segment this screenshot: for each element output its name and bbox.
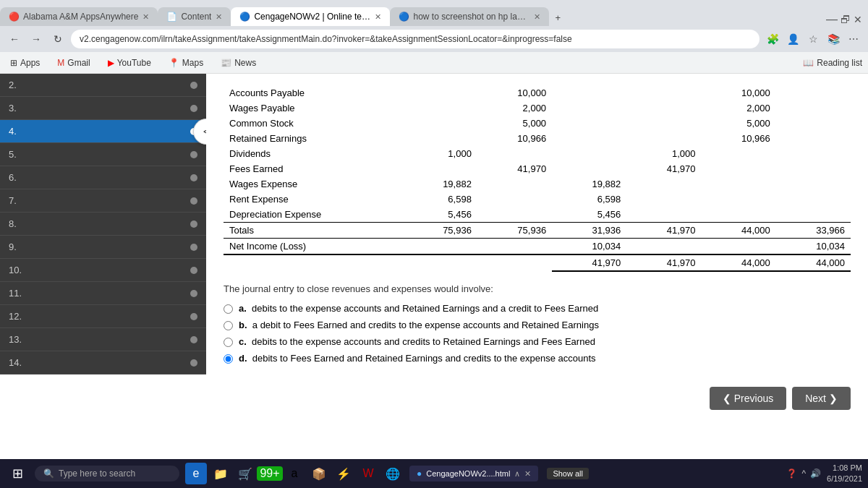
sidebar-item-14[interactable]: 14.: [0, 351, 206, 374]
radio-a[interactable]: [224, 304, 233, 314]
taskbar-help-icon[interactable]: ❓: [786, 468, 797, 479]
taskbar-bolt-icon[interactable]: ⚡: [333, 463, 354, 484]
reading-list[interactable]: 📖 Reading list: [803, 58, 862, 68]
sidebar-item-9[interactable]: 9.: [0, 236, 206, 259]
show-all-button[interactable]: Show all: [547, 468, 589, 479]
option-c[interactable]: c. debits to the expense accounts and cr…: [224, 336, 851, 347]
sidebar-item-3[interactable]: 3.: [0, 97, 206, 120]
option-b[interactable]: b. a debit to Fees Earned and credits to…: [224, 320, 851, 330]
taskbar-office-icon[interactable]: W: [357, 463, 379, 484]
val-cs-5: 5,000: [702, 116, 776, 131]
taskbar-explorer-icon[interactable]: 📁: [210, 463, 231, 484]
val-fin-1: [403, 254, 477, 271]
taskbar-time-display: 1:08 PM: [827, 463, 862, 474]
sidebar-item-dot-2: [190, 82, 197, 89]
val-depr-1: 5,456: [403, 207, 477, 223]
collections-icon[interactable]: 📚: [825, 30, 842, 48]
sidebar-item-10[interactable]: 10.: [0, 259, 206, 282]
minimize-button[interactable]: —: [826, 13, 838, 26]
start-button[interactable]: ⊞: [6, 462, 29, 485]
taskbar-clock[interactable]: 1:08 PM 6/19/2021: [827, 463, 862, 485]
tab-cengage[interactable]: 🔵 CengageNOWv2 | Online teachin ✕: [231, 7, 390, 26]
sidebar-item-13[interactable]: 13.: [0, 328, 206, 351]
bookmark-maps-label: Maps: [182, 58, 203, 68]
extensions-icon[interactable]: 🧩: [764, 30, 781, 48]
radio-b[interactable]: [224, 321, 233, 330]
taskbar-store-icon[interactable]: 🛒: [234, 463, 256, 484]
maximize-button[interactable]: 🗗: [841, 14, 851, 25]
taskbar-cengage-close[interactable]: ✕: [524, 469, 531, 479]
settings-icon[interactable]: ⋯: [845, 30, 862, 48]
new-tab-button[interactable]: +: [549, 9, 566, 26]
sidebar-item-8[interactable]: 8.: [0, 213, 206, 236]
tab-close-cengage[interactable]: ✕: [375, 12, 381, 22]
sidebar-item-5[interactable]: 5.: [0, 143, 206, 166]
label-depreciation: Depreciation Expense: [224, 207, 403, 223]
val-tot-5: 44,000: [702, 223, 776, 239]
taskbar-sound-icon[interactable]: 🔊: [810, 468, 821, 479]
val-depr-5: [702, 207, 776, 223]
bookmark-news-label: News: [234, 58, 256, 68]
sidebar-item-2[interactable]: 2.: [0, 74, 206, 97]
taskbar-app-icon[interactable]: 99+: [259, 463, 281, 484]
news-icon: 📰: [221, 58, 231, 68]
sidebar-item-dot-9: [190, 244, 197, 251]
val-tot-1: 75,936: [403, 223, 477, 239]
tab-alabama[interactable]: 🔴 Alabama A&M AppsAnywhere ✕: [0, 7, 158, 26]
reload-button[interactable]: ↻: [49, 30, 67, 48]
sidebar-item-11[interactable]: 11.: [0, 282, 206, 305]
tab-close-alabama[interactable]: ✕: [142, 12, 149, 22]
tab-content[interactable]: 📄 Content ✕: [158, 7, 231, 26]
table-row-totals: Totals 75,936 75,936 31,936 41,970 44,00…: [224, 223, 851, 239]
bookmark-gmail[interactable]: M Gmail: [53, 56, 94, 69]
reading-list-icon: 📖: [803, 58, 814, 68]
table-row-final: 41,970 41,970 44,000 44,000: [224, 254, 851, 271]
tab-close-content[interactable]: ✕: [216, 12, 222, 22]
previous-label: Previous: [734, 393, 773, 404]
bookmark-apps[interactable]: ⊞ Apps: [6, 56, 44, 69]
collapse-arrow-button[interactable]: <: [193, 119, 206, 145]
taskbar-network-icon[interactable]: ^: [801, 468, 806, 479]
next-button[interactable]: Next ❯: [792, 387, 851, 410]
label-common-stock: Common Stock: [224, 116, 403, 131]
address-input[interactable]: [71, 30, 760, 48]
bookmark-maps[interactable]: 📍 Maps: [164, 56, 208, 69]
favorites-icon[interactable]: ☆: [804, 30, 822, 48]
val-div-2: [477, 146, 552, 161]
profile-icon[interactable]: 👤: [784, 30, 801, 48]
taskbar-edge-icon[interactable]: e: [185, 463, 207, 484]
bookmark-news[interactable]: 📰 News: [216, 56, 260, 69]
taskbar-search[interactable]: 🔍 Type here to search: [35, 466, 179, 481]
sidebar-item-4[interactable]: 4. <: [0, 120, 206, 143]
option-a[interactable]: a. debits to the expense accounts and Re…: [224, 303, 851, 314]
sidebar-item-6[interactable]: 6.: [0, 166, 206, 189]
previous-button[interactable]: ❮ Previous: [710, 387, 786, 410]
bookmark-youtube-label: YouTube: [117, 58, 151, 68]
nav-buttons-area: ❮ Previous Next ❯: [224, 387, 851, 421]
bookmark-apps-label: Apps: [20, 58, 40, 68]
option-c-label: c. debits to the expense accounts and cr…: [239, 336, 595, 347]
radio-d[interactable]: [224, 354, 233, 364]
taskbar-cengage-app[interactable]: ● CengageNOWv2....html ∧ ✕: [409, 466, 538, 481]
financial-table: Accounts Payable 10,000 10,000 Wages Pay…: [224, 85, 851, 272]
tab-close-google[interactable]: ✕: [534, 12, 540, 22]
radio-c[interactable]: [224, 338, 233, 347]
gmail-icon: M: [57, 58, 64, 68]
taskbar-dropbox-icon[interactable]: 📦: [308, 463, 330, 484]
forward-button[interactable]: →: [27, 30, 45, 48]
sidebar-item-7[interactable]: 7.: [0, 189, 206, 213]
table-row-dividends: Dividends 1,000 1,000: [224, 146, 851, 161]
back-button[interactable]: ←: [6, 30, 23, 48]
taskbar-amazon-icon[interactable]: a: [284, 463, 305, 484]
tab-google[interactable]: 🔵 how to screenshot on hp laptop ✕: [390, 7, 549, 26]
val-ni-5: [702, 239, 776, 255]
taskbar-cengage-expand[interactable]: ∧: [514, 469, 520, 479]
browser-icons: 🧩 👤 ☆ 📚 ⋯: [764, 30, 862, 48]
option-d[interactable]: d. debits to Fees Earned and Retained Ea…: [224, 353, 851, 364]
val-re-1: [403, 131, 477, 146]
close-window-button[interactable]: ✕: [854, 14, 862, 25]
bookmark-youtube[interactable]: ▶ YouTube: [103, 56, 156, 69]
sidebar-item-12[interactable]: 12.: [0, 305, 206, 328]
taskbar-chrome-icon[interactable]: 🌐: [382, 463, 404, 484]
val-div-3: [552, 146, 626, 161]
